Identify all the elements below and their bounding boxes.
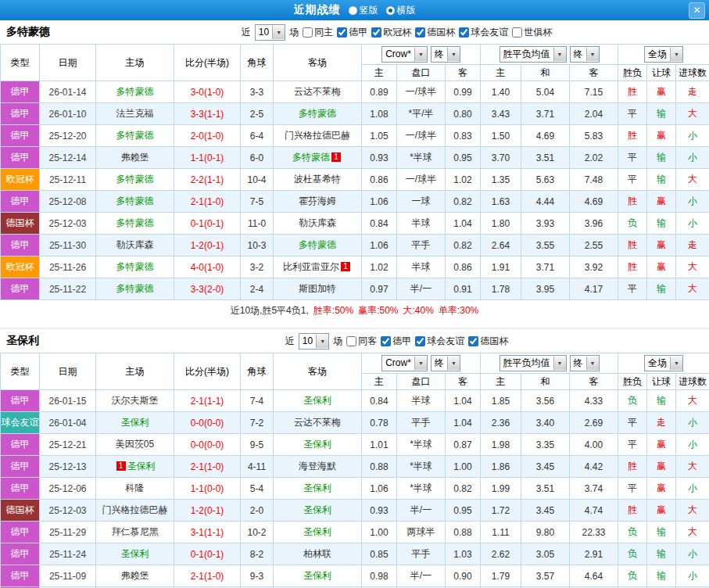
- avg-odds-select[interactable]: 胜平负均值▼: [500, 46, 567, 63]
- team-bar: 圣保利近10▼场同客德甲球会友谊德国杯: [0, 329, 709, 353]
- table-row: 德国杯25-12-03多特蒙德0-1(0-1)11-0勒沃库森0.84半球1.0…: [1, 213, 709, 235]
- avg-period-select[interactable]: 终▼: [570, 46, 600, 63]
- avg-period-select[interactable]: 终▼: [570, 355, 600, 371]
- avg-home-odds: 1.63: [481, 191, 521, 213]
- filter-checkbox-input[interactable]: [346, 336, 356, 346]
- avg-odds-group: 胜平负均值▼终▼: [481, 45, 618, 65]
- handicap-home-odds: 0.93: [362, 147, 397, 169]
- handicap-line: 半球: [397, 390, 446, 412]
- layout-radio-horizontal[interactable]: 横版: [386, 4, 416, 17]
- avg-away-odds: 3.92: [570, 256, 618, 278]
- filter-checkbox-2[interactable]: 球会友谊: [415, 335, 464, 348]
- filter-checkbox-input[interactable]: [468, 336, 478, 346]
- home-team-cell: 沃尔夫斯堡: [96, 390, 174, 412]
- chevron-down-icon: ▼: [272, 26, 285, 39]
- chevron-down-icon: ▼: [553, 357, 566, 370]
- recent-count-select[interactable]: 10▼: [255, 24, 285, 41]
- home-team-cell: 多特蒙德: [96, 125, 174, 147]
- filter-checkbox-1[interactable]: 德甲: [337, 26, 367, 39]
- filter-checkbox-input[interactable]: [303, 27, 313, 38]
- chevron-down-icon: ▼: [670, 48, 682, 61]
- chevron-down-icon: ▼: [316, 335, 328, 348]
- table-row: 德甲25-11-24圣保利0-1(0-1)8-2柏林联0.85平手1.032.6…: [1, 543, 709, 565]
- filter-checkbox-input[interactable]: [371, 27, 381, 38]
- avg-draw-odds: 3.45: [521, 500, 570, 522]
- avg-away-odds: 2.04: [570, 103, 618, 125]
- score-cell: 3-1(1-1): [174, 522, 241, 543]
- handicap-period-select[interactable]: 终▼: [431, 355, 460, 371]
- filter-checkbox-3[interactable]: 德国杯: [415, 26, 455, 39]
- handicap-line: 平手: [397, 235, 446, 256]
- scope-select[interactable]: 全场▼: [644, 46, 683, 63]
- avg-draw-odds: 4.69: [521, 125, 570, 147]
- avg-period-select-value: 终: [574, 48, 583, 61]
- handicap-line: 一球: [397, 191, 446, 213]
- result-outcome: 胜: [618, 81, 647, 103]
- radio-checked-icon[interactable]: [386, 6, 395, 15]
- avg-away-odds: 4.69: [570, 191, 618, 213]
- filter-checkbox-3[interactable]: 德国杯: [468, 335, 508, 348]
- avg-away-odds: 4.74: [570, 500, 618, 522]
- filter-checkbox-input[interactable]: [512, 27, 522, 38]
- handicap-period-select-value: 终: [435, 48, 444, 61]
- table-row: 德甲26-01-14多特蒙德3-0(1-0)3-3云达不莱梅0.89一/球半0.…: [1, 81, 709, 103]
- filter-checkbox-input[interactable]: [381, 336, 391, 346]
- bookmaker-select[interactable]: Crow*▼: [381, 355, 428, 371]
- popup-title: 近期战绩: [294, 3, 341, 17]
- filter-checkbox-1[interactable]: 德甲: [381, 335, 411, 348]
- column-subheader: 主: [481, 65, 521, 81]
- close-icon[interactable]: ✕: [689, 2, 705, 19]
- team-section: 多特蒙德近10▼场同主德甲欧冠杯德国杯球会友谊世俱杯类型日期主场比分(半场)角球…: [0, 20, 709, 321]
- away-team-cell: 勒沃库森: [274, 213, 362, 235]
- filter-checkbox-input[interactable]: [415, 336, 425, 346]
- handicap-home-odds: 0.85: [362, 543, 397, 565]
- avg-home-odds: 1.91: [481, 256, 521, 278]
- corner-cell: 9-3: [241, 565, 274, 587]
- score-cell: 3-3(1-1): [174, 103, 241, 125]
- handicap-period-select[interactable]: 终▼: [431, 46, 460, 63]
- league-cell: 德甲: [1, 390, 40, 412]
- filter-checkbox-input[interactable]: [459, 27, 469, 38]
- result-goals: 小: [676, 125, 709, 147]
- result-goals: 小: [676, 147, 709, 169]
- bookmaker-select[interactable]: Crow*▼: [381, 46, 428, 63]
- result-outcome: 平: [618, 147, 647, 169]
- summary-segment: 胜率:50%: [313, 305, 353, 316]
- filter-checkbox-5[interactable]: 世俱杯: [512, 26, 552, 39]
- score-cell: 0-0(0-0): [174, 434, 241, 456]
- result-handicap: 输: [647, 169, 676, 191]
- filter-checkbox-0[interactable]: 同主: [303, 26, 333, 39]
- avg-home-odds: 1.99: [481, 478, 521, 500]
- scope-select[interactable]: 全场▼: [644, 355, 683, 371]
- layout-radio-vertical[interactable]: 竖版: [349, 4, 378, 17]
- table-row: 球会友谊26-01-04圣保利0-0(0-0)7-2云达不莱梅0.78平手1.0…: [1, 412, 709, 434]
- away-team-name: 圣保利: [303, 504, 331, 515]
- away-team-cell: 多特蒙德: [274, 103, 362, 125]
- avg-draw-odds: 3.95: [521, 278, 570, 300]
- recent-results-popup: 近期战绩 竖版 横版 ✕ 多特蒙德近10▼场同主德甲欧冠杯德国杯球会友谊世俱杯类…: [0, 0, 709, 588]
- filter-checkbox-2[interactable]: 欧冠杯: [371, 26, 411, 39]
- filter-checkbox-input[interactable]: [415, 27, 425, 38]
- avg-draw-odds: 3.71: [521, 256, 570, 278]
- handicap-away-odds: 0.99: [446, 81, 481, 103]
- handicap-home-odds: 0.84: [362, 390, 397, 412]
- summary-segment: 赢率:50%: [358, 305, 398, 316]
- league-cell: 欧冠杯: [1, 256, 40, 278]
- score-cell: 3-3(2-0): [174, 278, 241, 300]
- score-cell: 1-2(0-1): [174, 235, 241, 256]
- avg-away-odds: 7.15: [570, 81, 618, 103]
- handicap-away-odds: 0.80: [446, 103, 481, 125]
- result-goals: 走: [676, 81, 709, 103]
- result-handicap: 赢: [647, 478, 676, 500]
- home-team-name: 圣保利: [127, 461, 156, 471]
- table-row: 德国杯25-12-03门兴格拉德巴赫1-2(0-1)2-0圣保利0.93半/一0…: [1, 500, 709, 522]
- avg-odds-select[interactable]: 胜平负均值▼: [500, 355, 567, 371]
- recent-count-select[interactable]: 10▼: [299, 333, 329, 350]
- radio-icon[interactable]: [349, 6, 357, 15]
- filter-checkbox-text: 同客: [358, 335, 377, 348]
- handicap-away-odds: 0.88: [446, 522, 481, 543]
- filter-checkbox-4[interactable]: 球会友谊: [459, 26, 508, 39]
- filter-checkbox-input[interactable]: [337, 27, 347, 38]
- filter-checkbox-0[interactable]: 同客: [346, 335, 377, 348]
- result-handicap: 走: [647, 412, 676, 434]
